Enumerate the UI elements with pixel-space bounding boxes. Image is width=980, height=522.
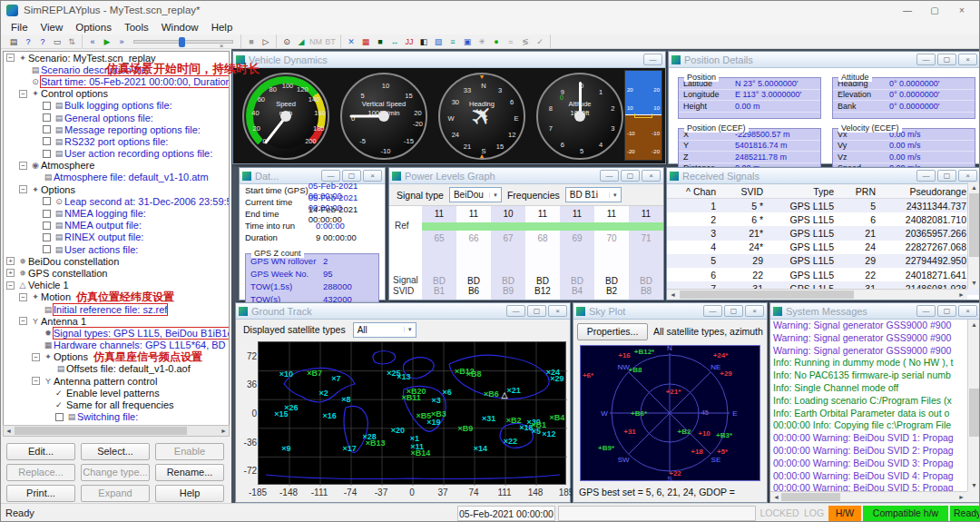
fast-forward-icon[interactable]: » (114, 35, 129, 48)
scroll-down-icon[interactable]: ▼ (969, 279, 979, 288)
close-button[interactable]: × (642, 170, 661, 182)
maximize-button[interactable]: ▢ (724, 305, 743, 317)
tree-item[interactable]: −✦Control options (4, 88, 229, 100)
close-button[interactable]: × (958, 54, 977, 65)
checkbox[interactable] (43, 233, 51, 241)
tree-item[interactable]: ✹Signal types: GPS L1L5, BeiDou B1iB1c (4, 327, 229, 339)
received-signals-titlebar[interactable]: Received Signals — ▢ × (667, 168, 980, 184)
tree-item[interactable]: ▤User action recording options file: (4, 148, 229, 160)
table-header[interactable]: ^ ChanSVIDTypePRNPseudorange (667, 184, 980, 199)
minimize-button[interactable]: — (600, 170, 619, 182)
checkbox[interactable] (43, 125, 51, 133)
tree-item[interactable]: ▤Offsets file: default_v1-0.aof (4, 363, 229, 375)
run-icon[interactable]: ▶ (100, 35, 114, 48)
menu-view[interactable]: View (34, 21, 70, 34)
minimize-button[interactable]: — (703, 305, 722, 317)
stop-icon[interactable]: ■ (244, 35, 259, 48)
collapse-icon[interactable]: − (19, 317, 27, 325)
print-button[interactable]: Print... (6, 485, 75, 502)
power-ramp-icon[interactable]: ◢ (294, 35, 309, 48)
scroll-left-icon[interactable]: ◄ (771, 493, 781, 502)
close-button[interactable]: × (948, 3, 975, 17)
tree-item[interactable]: ▤Message reporting options file: (4, 123, 229, 135)
help-icon[interactable]: ? (21, 35, 35, 48)
collapse-icon[interactable]: − (32, 377, 40, 385)
maximize-button[interactable]: ▢ (621, 170, 640, 182)
contrast-icon[interactable]: ◧ (416, 35, 431, 48)
deselect-icon[interactable]: ✕ (344, 35, 358, 48)
cells-icon[interactable]: ▦ (358, 35, 373, 48)
tree-item[interactable]: ▤NMEA logging file: (4, 207, 229, 219)
column-header-type[interactable]: Type (770, 186, 841, 197)
table-row[interactable]: 321*GPS L1L52120365957.266 (667, 226, 980, 240)
scroll-right-icon[interactable]: ► (956, 493, 966, 502)
collapse-icon[interactable]: − (19, 90, 27, 98)
pin-icon[interactable]: ● (489, 35, 504, 48)
expand-icon[interactable]: + (6, 269, 15, 277)
interference-icon[interactable]: JJ (402, 35, 416, 48)
tree-item[interactable]: +✵GPS constellation (4, 267, 229, 279)
menu-tools[interactable]: Tools (118, 21, 155, 34)
maximize-button[interactable]: ▢ (937, 170, 956, 182)
vertical-scrollbar[interactable]: ▲ ▼ (967, 182, 980, 289)
lightning-icon[interactable]: ≶ (518, 35, 533, 48)
collapse-icon[interactable]: − (6, 54, 15, 62)
maximize-button[interactable]: ▢ (527, 305, 546, 317)
tree-item[interactable]: ▤NMEA output file: (4, 220, 229, 231)
scrollbar-thumb[interactable] (15, 427, 187, 435)
close-button[interactable]: × (958, 170, 977, 182)
scroll-left-icon[interactable]: ◄ (4, 427, 14, 436)
tree-item[interactable]: ▤User actions file: (4, 243, 229, 255)
column-header-svid[interactable]: SVID (723, 186, 770, 197)
rename-button[interactable]: Rename... (155, 464, 224, 481)
collapse-icon[interactable]: − (6, 281, 15, 290)
table-row[interactable]: 622GPS L1L52224018271.641 (667, 268, 980, 281)
context-help-icon[interactable]: ? (35, 35, 50, 48)
tree-item[interactable]: ▤RS232 port options file: (4, 135, 229, 147)
sky-plot-titlebar[interactable]: Sky Plot — ▢ × (573, 303, 767, 320)
horizontal-scrollbar[interactable]: ◄ ► (770, 491, 967, 502)
scroll-down-icon[interactable]: ▼ (969, 481, 979, 490)
menu-file[interactable]: File (5, 21, 34, 34)
tree-item[interactable]: +✵BeiDou constellation (4, 255, 229, 267)
menu-help[interactable]: Help (205, 21, 240, 34)
checkbox[interactable] (43, 137, 51, 145)
checkbox[interactable] (43, 102, 51, 110)
checkbox[interactable] (43, 150, 51, 158)
print-icon[interactable]: ▤ (6, 35, 21, 48)
close-button[interactable]: × (745, 305, 764, 317)
edit-button[interactable]: Edit... (6, 443, 75, 460)
snowflake-icon[interactable]: ✳ (475, 35, 489, 48)
tree-item[interactable]: ▤Switching file: (4, 411, 229, 423)
checkbox[interactable] (43, 197, 51, 205)
slider-thumb[interactable] (179, 37, 185, 47)
screen-icon[interactable]: ■ (373, 35, 387, 48)
map-icon[interactable]: ▧ (431, 35, 446, 48)
expand-icon[interactable]: + (6, 257, 15, 265)
close-button[interactable]: × (958, 305, 977, 317)
position-details-titlebar[interactable]: Position Details — ▢ × (669, 52, 980, 68)
tree-item[interactable]: −✦Options (4, 183, 229, 195)
maximize-button[interactable]: ▢ (937, 305, 956, 317)
minimize-button[interactable]: — (643, 54, 662, 65)
scrollbar-thumb[interactable] (969, 193, 979, 257)
check-icon[interactable]: ✓ (533, 35, 547, 48)
properties-button[interactable]: Properties... (577, 323, 648, 340)
tree-item[interactable]: −YAntenna 1 (4, 315, 229, 327)
panel-close-icon[interactable]: × (215, 41, 228, 51)
clock-icon[interactable]: ⊙ (279, 35, 294, 48)
column-header-chan[interactable]: ^ Chan (667, 186, 723, 197)
script-icon[interactable]: ≡ (446, 35, 460, 48)
maximize-button[interactable]: ▢ (921, 3, 948, 17)
signal-levels-icon[interactable]: ↔ (387, 35, 402, 48)
minimize-button[interactable]: — (916, 170, 936, 182)
tree-item[interactable]: −✦Motion仿真位置经纬度设置 (4, 291, 229, 303)
checkbox[interactable] (55, 413, 64, 421)
column-header-prn[interactable]: PRN (841, 186, 883, 197)
close-button[interactable]: × (548, 305, 567, 317)
tree-item[interactable]: ▤General options file: (4, 112, 229, 123)
equals-icon[interactable]: = (504, 35, 518, 48)
table-row[interactable]: 26 *GPS L1L5624082081.710 (667, 212, 980, 226)
scroll-right-icon[interactable]: ► (956, 291, 966, 300)
collapse-icon[interactable]: − (32, 353, 40, 361)
